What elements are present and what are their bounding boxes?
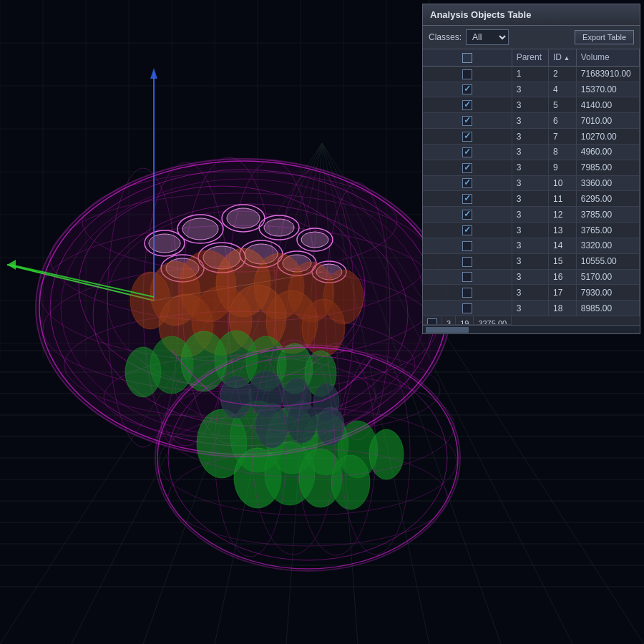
row-parent: 3 bbox=[512, 207, 548, 223]
row-checkbox[interactable] bbox=[462, 225, 472, 235]
id-column-header[interactable]: ID bbox=[549, 49, 577, 66]
svg-point-67 bbox=[182, 218, 218, 240]
row-volume: 7930.00 bbox=[576, 285, 639, 301]
row-checkbox-cell[interactable] bbox=[423, 269, 512, 285]
svg-point-69 bbox=[227, 208, 260, 228]
table-row[interactable]: 354140.00 bbox=[423, 97, 640, 113]
row-id: 7 bbox=[549, 129, 577, 145]
row-checkbox-cell[interactable] bbox=[423, 66, 512, 82]
row-parent: 1 bbox=[512, 66, 548, 82]
row-id: 13 bbox=[549, 223, 577, 238]
table-row[interactable]: 3143320.00 bbox=[423, 238, 640, 253]
select-all-header[interactable] bbox=[423, 49, 512, 66]
row-checkbox[interactable] bbox=[462, 178, 472, 188]
analysis-panel: Analysis Objects Table Classes: All 1 2 … bbox=[422, 4, 640, 334]
row-checkbox-cell[interactable] bbox=[423, 160, 512, 175]
table-row[interactable]: 384960.00 bbox=[423, 144, 640, 160]
export-table-button[interactable]: Export Table bbox=[575, 30, 634, 44]
parent-column-header[interactable]: Parent bbox=[512, 49, 548, 66]
select-all-checkbox[interactable] bbox=[462, 53, 472, 63]
row-checkbox[interactable] bbox=[462, 303, 472, 313]
horizontal-scrollbar[interactable] bbox=[423, 325, 640, 333]
row-volume: 3320.00 bbox=[576, 238, 639, 253]
row-checkbox-cell[interactable] bbox=[423, 191, 512, 207]
row-volume: 3275.00 bbox=[474, 316, 512, 325]
row-checkbox[interactable] bbox=[462, 272, 472, 282]
svg-point-71 bbox=[264, 219, 294, 236]
row-checkbox[interactable] bbox=[462, 194, 472, 204]
scrollbar-thumb[interactable] bbox=[426, 327, 469, 333]
row-id: 6 bbox=[549, 113, 577, 129]
volume-column-header[interactable]: Volume bbox=[576, 49, 639, 66]
row-volume: 10555.00 bbox=[576, 253, 639, 269]
row-checkbox-cell[interactable] bbox=[423, 82, 512, 97]
table-row[interactable]: 3165170.00 bbox=[423, 269, 640, 285]
row-volume: 7010.00 bbox=[576, 113, 639, 129]
row-checkbox-cell[interactable] bbox=[423, 285, 512, 301]
row-parent: 3 bbox=[512, 191, 548, 207]
classes-label: Classes: bbox=[429, 32, 462, 42]
row-checkbox[interactable] bbox=[462, 69, 472, 79]
row-parent: 3 bbox=[512, 175, 548, 191]
table-row[interactable]: 3188985.00 bbox=[423, 301, 640, 316]
table-row[interactable]: 397985.00 bbox=[423, 160, 640, 175]
data-table-container[interactable]: Parent ID Volume 1271683910.003415370.00… bbox=[423, 49, 640, 325]
row-parent: 3 bbox=[512, 82, 548, 97]
row-checkbox[interactable] bbox=[462, 241, 472, 251]
row-volume: 4140.00 bbox=[576, 97, 639, 113]
row-id: 4 bbox=[549, 82, 577, 97]
row-checkbox[interactable] bbox=[462, 100, 472, 110]
classes-dropdown[interactable]: All 1 2 3 bbox=[466, 29, 509, 45]
table-row[interactable]: 3193275.00 bbox=[423, 316, 512, 325]
panel-toolbar: Classes: All 1 2 3 Export Table bbox=[423, 26, 640, 49]
table-row[interactable]: 3415370.00 bbox=[423, 82, 640, 97]
row-checkbox[interactable] bbox=[462, 288, 472, 298]
row-id: 5 bbox=[549, 97, 577, 113]
row-id: 19 bbox=[456, 316, 474, 325]
row-checkbox-cell[interactable] bbox=[423, 97, 512, 113]
table-row[interactable]: 3116295.00 bbox=[423, 191, 640, 207]
svg-point-112 bbox=[331, 455, 370, 509]
row-volume: 3785.00 bbox=[576, 207, 639, 223]
row-checkbox-cell[interactable] bbox=[423, 238, 512, 253]
row-checkbox-cell[interactable] bbox=[423, 129, 512, 145]
row-checkbox[interactable] bbox=[462, 147, 472, 157]
row-volume: 6295.00 bbox=[576, 191, 639, 207]
row-checkbox[interactable] bbox=[462, 163, 472, 173]
table-row[interactable]: 3103360.00 bbox=[423, 175, 640, 191]
row-checkbox-cell[interactable] bbox=[423, 253, 512, 269]
table-row[interactable]: 1271683910.00 bbox=[423, 66, 640, 82]
row-parent: 3 bbox=[512, 144, 548, 160]
row-id: 16 bbox=[549, 269, 577, 285]
row-checkbox-cell[interactable] bbox=[423, 301, 512, 316]
row-volume: 3765.00 bbox=[576, 223, 639, 238]
row-volume: 7985.00 bbox=[576, 160, 639, 175]
row-checkbox-cell[interactable] bbox=[423, 175, 512, 191]
row-checkbox[interactable] bbox=[462, 132, 472, 142]
table-row[interactable]: 367010.00 bbox=[423, 113, 640, 129]
table-row[interactable]: 3123785.00 bbox=[423, 207, 640, 223]
svg-point-113 bbox=[220, 376, 252, 419]
row-checkbox-cell[interactable] bbox=[423, 207, 512, 223]
row-parent: 3 bbox=[512, 97, 548, 113]
row-checkbox[interactable] bbox=[427, 318, 437, 325]
table-row[interactable]: 3710270.00 bbox=[423, 129, 640, 145]
row-checkbox[interactable] bbox=[462, 116, 472, 126]
row-parent: 3 bbox=[512, 238, 548, 253]
table-row[interactable]: 31510555.00 bbox=[423, 253, 640, 269]
row-id: 18 bbox=[549, 301, 577, 316]
analysis-table: Parent ID Volume 1271683910.003415370.00… bbox=[423, 49, 640, 325]
row-checkbox-cell[interactable] bbox=[423, 113, 512, 129]
row-parent: 3 bbox=[512, 113, 548, 129]
row-checkbox[interactable] bbox=[462, 84, 472, 94]
row-checkbox[interactable] bbox=[462, 210, 472, 220]
row-checkbox[interactable] bbox=[462, 257, 472, 267]
row-checkbox-cell[interactable] bbox=[423, 316, 442, 325]
row-checkbox-cell[interactable] bbox=[423, 144, 512, 160]
table-row[interactable]: 3133765.00 bbox=[423, 223, 640, 238]
row-checkbox-cell[interactable] bbox=[423, 223, 512, 238]
row-id: 17 bbox=[549, 285, 577, 301]
row-volume: 10270.00 bbox=[576, 129, 639, 145]
table-row[interactable]: 3177930.00 bbox=[423, 285, 640, 301]
row-id: 14 bbox=[549, 238, 577, 253]
